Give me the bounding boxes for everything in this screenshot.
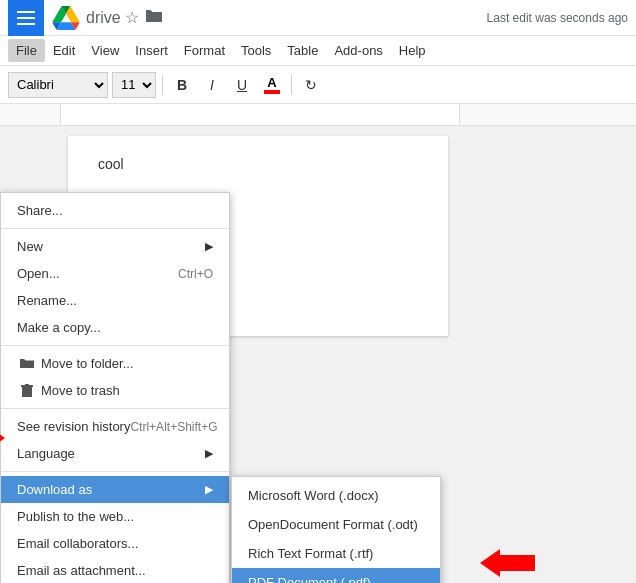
file-menu-make-copy[interactable]: Make a copy... bbox=[1, 314, 229, 341]
file-menu-rename[interactable]: Rename... bbox=[1, 287, 229, 314]
trash-menu-icon bbox=[17, 384, 37, 398]
menu-item-insert[interactable]: Insert bbox=[127, 39, 176, 62]
drive-logo: drive bbox=[52, 6, 121, 30]
menu-item-file[interactable]: File bbox=[8, 39, 45, 62]
svg-rect-3 bbox=[25, 384, 29, 385]
submenu-pdf[interactable]: PDF Document (.pdf) bbox=[232, 568, 440, 583]
file-menu-move-folder[interactable]: Move to folder... bbox=[1, 350, 229, 377]
toolbar-divider-1 bbox=[162, 75, 163, 95]
svg-rect-1 bbox=[22, 387, 32, 397]
language-arrow-icon: ▶ bbox=[205, 447, 213, 460]
last-edit-label: Last edit was seconds ago bbox=[487, 11, 628, 25]
file-menu: Share... New ▶ Open... Ctrl+O Rename... … bbox=[0, 192, 230, 583]
ruler bbox=[0, 104, 636, 126]
file-menu-trash[interactable]: Move to trash bbox=[1, 377, 229, 404]
font-color-bar bbox=[264, 90, 280, 94]
file-menu-share[interactable]: Share... bbox=[1, 197, 229, 224]
open-shortcut: Ctrl+O bbox=[178, 267, 213, 281]
font-family-select[interactable]: Calibri bbox=[8, 72, 108, 98]
menu-item-addons[interactable]: Add-ons bbox=[326, 39, 390, 62]
file-menu-language[interactable]: Language ▶ bbox=[1, 440, 229, 467]
download-arrow-icon: ▶ bbox=[205, 483, 213, 496]
file-menu-publish[interactable]: Publish to the web... bbox=[1, 503, 229, 530]
menu-item-table[interactable]: Table bbox=[279, 39, 326, 62]
submenu-rtf[interactable]: Rich Text Format (.rtf) bbox=[232, 539, 440, 568]
menu-item-view[interactable]: View bbox=[83, 39, 127, 62]
svg-marker-4 bbox=[480, 549, 535, 577]
star-icon[interactable]: ☆ bbox=[125, 8, 139, 27]
submenu-odt[interactable]: OpenDocument Format (.odt) bbox=[232, 510, 440, 539]
divider-2 bbox=[1, 345, 229, 346]
file-menu-open[interactable]: Open... Ctrl+O bbox=[1, 260, 229, 287]
italic-button[interactable]: I bbox=[199, 72, 225, 98]
font-size-select[interactable]: 11 bbox=[112, 72, 156, 98]
file-menu-download-as[interactable]: Download as ▶ Microsoft Word (.docx) Ope… bbox=[1, 476, 229, 503]
toolbar: Calibri 11 B I U A ↻ bbox=[0, 66, 636, 104]
divider-3 bbox=[1, 408, 229, 409]
doc-text: cool bbox=[98, 156, 124, 172]
hamburger-line-3 bbox=[17, 23, 35, 25]
ruler-inner bbox=[60, 104, 460, 125]
red-arrow-download bbox=[0, 424, 5, 455]
top-bar: drive ☆ Last edit was seconds ago bbox=[0, 0, 636, 36]
divider bbox=[1, 228, 229, 229]
menu-item-tools[interactable]: Tools bbox=[233, 39, 279, 62]
file-menu-email-collab[interactable]: Email collaborators... bbox=[1, 530, 229, 557]
folder-icon[interactable] bbox=[145, 8, 163, 28]
content-area: cool Share... New ▶ Open... Ctrl+O bbox=[0, 126, 636, 583]
top-bar-icons: ☆ bbox=[125, 8, 163, 28]
svg-rect-2 bbox=[21, 385, 33, 387]
hamburger-line-2 bbox=[17, 17, 35, 19]
bold-button[interactable]: B bbox=[169, 72, 195, 98]
file-menu-revision[interactable]: See revision history Ctrl+Alt+Shift+G bbox=[1, 413, 229, 440]
hamburger-button[interactable] bbox=[8, 0, 44, 36]
hamburger-line-1 bbox=[17, 11, 35, 13]
font-color-button[interactable]: A bbox=[259, 72, 285, 98]
font-color-letter: A bbox=[267, 76, 276, 89]
menu-item-format[interactable]: Format bbox=[176, 39, 233, 62]
menu-item-edit[interactable]: Edit bbox=[45, 39, 83, 62]
file-menu-email-attach[interactable]: Email as attachment... bbox=[1, 557, 229, 583]
refresh-button[interactable]: ↻ bbox=[298, 72, 324, 98]
toolbar-divider-2 bbox=[291, 75, 292, 95]
divider-4 bbox=[1, 471, 229, 472]
svg-marker-0 bbox=[0, 424, 5, 452]
app-title: drive bbox=[86, 9, 121, 27]
file-menu-new[interactable]: New ▶ bbox=[1, 233, 229, 260]
download-submenu: Microsoft Word (.docx) OpenDocument Form… bbox=[231, 476, 441, 583]
menu-item-help[interactable]: Help bbox=[391, 39, 434, 62]
arrow-right-icon: ▶ bbox=[205, 240, 213, 253]
submenu-docx[interactable]: Microsoft Word (.docx) bbox=[232, 481, 440, 510]
file-menu-dropdown: Share... New ▶ Open... Ctrl+O Rename... … bbox=[0, 192, 230, 583]
underline-button[interactable]: U bbox=[229, 72, 255, 98]
red-arrow-pdf bbox=[445, 549, 535, 580]
revision-shortcut: Ctrl+Alt+Shift+G bbox=[130, 420, 217, 434]
folder-menu-icon bbox=[17, 358, 37, 370]
menu-bar: File Edit View Insert Format Tools Table… bbox=[0, 36, 636, 66]
drive-icon bbox=[52, 6, 80, 30]
